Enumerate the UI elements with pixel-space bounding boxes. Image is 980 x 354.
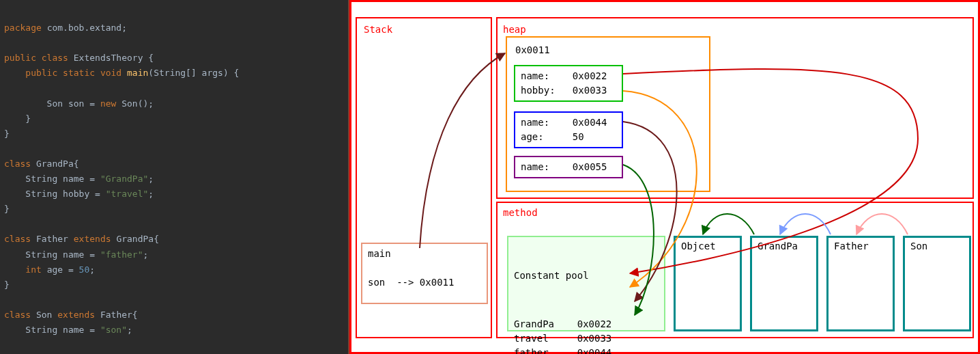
class-object: Objcet <box>674 236 742 331</box>
semi: ; <box>143 249 149 260</box>
stack-frame-main: main son --> 0x0011 <box>361 243 488 304</box>
kw-int: int <box>4 264 47 275</box>
grandpa-slot: name: 0x0022 hobby: 0x0033 <box>514 65 623 102</box>
constant-pool: Constant pool GrandPa 0x0022 travel 0x00… <box>507 236 665 331</box>
num: 50 <box>79 264 90 275</box>
semi: ; <box>148 189 154 199</box>
field: String hobby = <box>4 189 106 199</box>
memory-diagram: Stack heap method 0x0011 name: 0x0022 ho… <box>349 0 980 354</box>
field: age = <box>47 264 79 275</box>
fn-main: main <box>127 68 148 78</box>
stmt: Son son = <box>4 98 100 109</box>
constant-pool-title: Constant pool <box>514 269 659 283</box>
semi: ; <box>148 174 154 184</box>
kw-extends: extends <box>57 310 100 320</box>
brace: } <box>4 113 31 124</box>
str: "father" <box>100 249 143 260</box>
cls-grandpa: GrandPa{ <box>36 159 79 169</box>
kw-class: class <box>4 159 36 169</box>
class-son: Son <box>903 236 971 331</box>
kw-method-sig: public static void <box>4 68 127 78</box>
brace: } <box>4 280 10 290</box>
brace: } <box>4 204 10 214</box>
field: String name = <box>4 174 100 184</box>
father-slot: name: 0x0044 age: 50 <box>514 111 623 148</box>
ctor: Son(); <box>121 98 154 109</box>
kw-new: new <box>100 98 121 109</box>
semi: ; <box>89 264 95 275</box>
cls-father: Father <box>36 234 74 244</box>
pkg-name: com.bob.extand; <box>47 23 127 33</box>
kw-extends: extends <box>74 234 117 244</box>
field: String name = <box>4 325 100 335</box>
kw-package: package <box>4 23 47 33</box>
str: "travel" <box>106 189 149 199</box>
main-args: (String[] args) { <box>148 68 239 78</box>
constant-pool-body: GrandPa 0x0022 travel 0x0033 father 0x00… <box>514 317 659 354</box>
kw-class: public class <box>4 53 74 63</box>
cls-name: ExtendsTheory { <box>74 53 154 63</box>
super: Father{ <box>100 310 138 320</box>
semi: ; <box>127 325 132 335</box>
kw-class: class <box>4 310 36 320</box>
brace: } <box>4 128 10 139</box>
code-editor: package com.bob.extand; public class Ext… <box>0 0 349 354</box>
field: String name = <box>4 249 100 260</box>
super: GrandPa{ <box>116 234 159 244</box>
str: "GrandPa" <box>100 174 148 184</box>
cls-son: Son <box>36 310 57 320</box>
str: "son" <box>100 325 127 335</box>
class-father: Father <box>826 236 895 331</box>
heap-address: 0x0011 <box>515 44 550 55</box>
class-grandpa: GrandPa <box>750 236 818 331</box>
son-slot: name: 0x0055 <box>514 156 623 178</box>
kw-class: class <box>4 234 36 244</box>
